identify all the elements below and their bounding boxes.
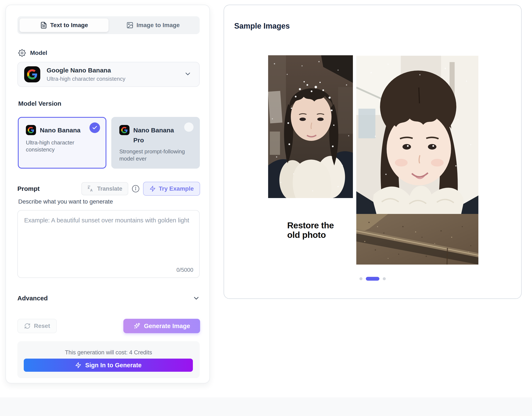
mode-tabbar: Text to Image Image to Image xyxy=(17,16,200,34)
info-icon[interactable] xyxy=(132,185,140,193)
image-icon xyxy=(126,22,134,29)
tab-image-to-image[interactable]: Image to Image xyxy=(108,19,198,32)
prompt-field-label: Describe what you want to generate xyxy=(18,198,113,205)
prompt-textarea[interactable] xyxy=(18,210,199,261)
restored-photo-illustration xyxy=(356,56,478,214)
prompt-input-wrapper: 0/5000 xyxy=(17,210,200,278)
sample-images-panel: Sample Images xyxy=(224,5,522,299)
chevron-down-icon xyxy=(184,70,192,78)
model-version-label: Model Version xyxy=(18,100,61,107)
selected-check-badge xyxy=(89,123,100,133)
selected-model-description: Ultra-high character consistency xyxy=(47,76,178,82)
try-example-label: Try Example xyxy=(159,185,194,192)
sample-old-photo xyxy=(268,55,353,198)
document-icon xyxy=(40,22,47,29)
texture-photo-illustration xyxy=(356,214,478,265)
model-version-name: Nano Banana xyxy=(40,125,80,135)
model-version-description: Ultra-high character consistency xyxy=(26,139,99,153)
lightning-icon xyxy=(75,362,81,368)
unselected-radio-badge xyxy=(184,123,193,132)
model-section-header: Model xyxy=(18,49,47,57)
carousel-dot[interactable] xyxy=(383,277,386,280)
old-photo-illustration xyxy=(268,55,353,198)
sample-texture-photo xyxy=(356,214,478,265)
char-counter: 0/5000 xyxy=(176,267,193,273)
sample-images-title: Sample Images xyxy=(234,22,290,30)
google-logo-icon xyxy=(24,66,40,82)
advanced-toggle[interactable]: Advanced xyxy=(17,294,200,302)
tab-label: Image to Image xyxy=(136,22,180,28)
lightning-icon xyxy=(149,186,156,192)
check-icon xyxy=(92,125,97,131)
model-version-option-nano-banana[interactable]: Nano Banana Ultra-high character consist… xyxy=(18,117,106,169)
advanced-label: Advanced xyxy=(17,295,48,302)
actions-row: Reset Generate Image xyxy=(17,319,200,333)
caption-line-1: Restore the xyxy=(287,220,334,230)
caption-line-2: old photo xyxy=(287,230,326,240)
chevron-down-icon xyxy=(193,294,200,302)
generate-image-button[interactable]: Generate Image xyxy=(123,319,200,333)
model-version-name: Nano Banana Pro xyxy=(133,125,183,145)
gear-icon xyxy=(18,49,26,57)
translate-label: Translate xyxy=(97,186,122,192)
model-version-option-nano-banana-pro[interactable]: Nano Banana Pro Strongest prompt-followi… xyxy=(111,117,200,169)
prompt-label: Prompt xyxy=(17,185,40,192)
carousel-dot-active[interactable] xyxy=(366,277,379,281)
model-section-label: Model xyxy=(30,49,47,56)
tab-label: Text to Image xyxy=(50,22,88,28)
selected-model-name: Google Nano Banana xyxy=(47,67,178,74)
cost-text: This generation will cost: 4 Credits xyxy=(17,349,200,356)
reset-button[interactable]: Reset xyxy=(17,319,57,333)
model-selector-dropdown[interactable]: Google Nano Banana Ultra-high character … xyxy=(17,62,200,87)
sample-restored-photo xyxy=(356,56,478,214)
translate-icon: xA xyxy=(87,185,94,192)
translate-button[interactable]: xA Translate xyxy=(81,182,128,195)
generator-panel: Text to Image Image to Image Model Googl… xyxy=(6,5,210,383)
google-logo-icon xyxy=(119,125,129,135)
prompt-header: Prompt xA Translate Try Example xyxy=(17,181,200,196)
carousel-dots xyxy=(224,277,521,281)
sign-in-label: Sign In to Generate xyxy=(85,362,142,369)
refresh-icon xyxy=(24,323,30,329)
generate-image-label: Generate Image xyxy=(144,322,190,330)
reset-label: Reset xyxy=(34,322,50,329)
page-footer-strip xyxy=(0,397,532,416)
try-example-button[interactable]: Try Example xyxy=(143,182,200,196)
tab-text-to-image[interactable]: Text to Image xyxy=(19,19,108,32)
model-version-description: Strongest prompt-following model ever xyxy=(119,148,193,162)
cost-panel: This generation will cost: 4 Credits Sig… xyxy=(17,341,200,378)
model-version-options: Nano Banana Ultra-high character consist… xyxy=(18,117,200,169)
sparkles-icon xyxy=(133,322,141,330)
sign-in-to-generate-button[interactable]: Sign In to Generate xyxy=(24,359,193,372)
google-logo-icon xyxy=(26,125,36,135)
svg-text:A: A xyxy=(90,189,93,192)
carousel-dot[interactable] xyxy=(359,277,362,280)
sample-caption: Restore theold photo xyxy=(268,221,353,240)
